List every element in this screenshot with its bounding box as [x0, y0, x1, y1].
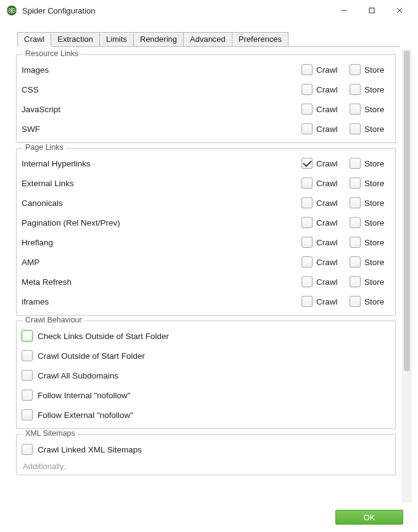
checkbox[interactable]: [22, 390, 33, 401]
checkbox-store[interactable]: [350, 237, 361, 248]
row-label: Follow External "nofollow": [38, 411, 133, 420]
tab-crawl[interactable]: Crawl: [17, 32, 51, 47]
group-crawl-behaviour: Crawl Behaviour Check Links Outside of S…: [16, 321, 396, 429]
checkbox-store[interactable]: [350, 84, 361, 95]
label-crawl: Crawl: [316, 258, 338, 267]
checkbox-crawl[interactable]: [301, 296, 313, 307]
tab-rendering[interactable]: Rendering: [133, 32, 184, 46]
tab-page-crawl: Resource Links Images Crawl Store CSS Cr…: [11, 49, 400, 502]
row-label: SWF: [22, 125, 301, 134]
group-page-links: Page Links Internal Hyperlinks Crawl Sto…: [16, 148, 396, 316]
row-swf: SWF Crawl Store: [22, 119, 390, 139]
row-iframes: iframes Crawl Store: [22, 292, 390, 311]
maximize-button[interactable]: [358, 1, 385, 20]
checkbox-store[interactable]: [350, 123, 361, 134]
footer: OK: [0, 502, 418, 532]
checkbox-store[interactable]: [350, 217, 361, 228]
label-crawl: Crawl: [316, 65, 338, 75]
minimize-button[interactable]: [330, 1, 358, 20]
checkbox[interactable]: [22, 350, 33, 361]
group-legend: XML Sitemaps: [23, 429, 78, 438]
row-css: CSS Crawl Store: [22, 80, 390, 99]
label-store: Store: [364, 85, 384, 94]
checkbox[interactable]: [22, 409, 33, 420]
label-crawl: Crawl: [316, 105, 338, 114]
row-label: Crawl Outside of Start Folder: [38, 351, 145, 361]
row-label: AMP: [22, 258, 301, 267]
scroll-thumb[interactable]: [404, 51, 410, 371]
row-label: Hreflang: [22, 238, 301, 247]
svg-rect-2: [369, 8, 374, 13]
checkbox-crawl[interactable]: [301, 237, 313, 248]
label-crawl: Crawl: [316, 85, 338, 94]
checkbox-crawl[interactable]: [301, 158, 313, 169]
scrollbar[interactable]: [402, 49, 412, 502]
checkbox-crawl[interactable]: [301, 276, 313, 287]
tab-advanced[interactable]: Advanced: [183, 32, 232, 46]
row-follow-external-nofollow: Follow External "nofollow": [22, 405, 390, 425]
checkbox-crawl[interactable]: [301, 256, 313, 268]
row-canonicals: Canonicals Crawl Store: [22, 193, 390, 213]
checkbox[interactable]: [22, 444, 33, 455]
row-label: Crawl All Subdomains: [38, 371, 118, 380]
checkbox-store[interactable]: [350, 296, 361, 307]
checkbox-crawl[interactable]: [301, 104, 313, 115]
checkbox[interactable]: [22, 370, 33, 381]
dialog-body: Crawl Extraction Limits Rendering Advanc…: [0, 21, 418, 502]
ok-button[interactable]: OK: [335, 510, 403, 525]
label-crawl: Crawl: [316, 277, 338, 287]
checkbox-store[interactable]: [350, 276, 361, 287]
checkbox-store[interactable]: [350, 64, 361, 75]
titlebar: Spider Configuration: [0, 0, 418, 21]
tab-preferences[interactable]: Preferences: [232, 32, 289, 46]
label-crawl: Crawl: [316, 198, 338, 208]
row-label: External Links: [22, 179, 301, 188]
group-legend: Resource Links: [23, 49, 81, 58]
tab-limits[interactable]: Limits: [99, 32, 134, 46]
row-crawl-subdomains: Crawl All Subdomains: [22, 366, 390, 385]
label-store: Store: [364, 125, 384, 134]
checkbox-store[interactable]: [350, 256, 361, 268]
checkbox-crawl[interactable]: [301, 217, 313, 228]
row-label: Follow Internal "nofollow": [38, 391, 131, 400]
row-crawl-outside: Crawl Outside of Start Folder: [22, 346, 390, 366]
label-store: Store: [364, 258, 384, 267]
tab-extraction[interactable]: Extraction: [51, 32, 100, 46]
checkbox-store[interactable]: [350, 197, 361, 208]
row-label: Canonicals: [22, 198, 301, 208]
checkbox-store[interactable]: [350, 104, 361, 115]
row-crawl-linked-xml: Crawl Linked XML Sitemaps: [22, 440, 390, 459]
row-pagination: Pagination (Rel Next/Prev) Crawl Store: [22, 213, 390, 232]
row-label: Meta Refresh: [22, 277, 301, 287]
row-hreflang: Hreflang Crawl Store: [22, 232, 390, 252]
row-label: Images: [22, 65, 301, 75]
checkbox-crawl[interactable]: [301, 178, 313, 189]
checkbox-crawl[interactable]: [301, 84, 313, 95]
row-label: Check Links Outside of Start Folder: [38, 332, 169, 341]
label-store: Store: [364, 238, 384, 247]
group-legend: Page Links: [23, 143, 66, 152]
row-follow-internal-nofollow: Follow Internal "nofollow": [22, 385, 390, 405]
checkbox-store[interactable]: [350, 158, 361, 169]
row-label: JavaScript: [22, 105, 301, 114]
label-crawl: Crawl: [316, 159, 338, 168]
group-resource-links: Resource Links Images Crawl Store CSS Cr…: [16, 54, 396, 143]
close-button[interactable]: [385, 1, 413, 20]
label-store: Store: [364, 218, 384, 227]
checkbox-store[interactable]: [350, 178, 361, 189]
row-images: Images Crawl Store: [22, 60, 390, 80]
checkbox[interactable]: [22, 330, 33, 342]
row-external-links: External Links Crawl Store: [22, 173, 390, 193]
row-check-links-outside: Check Links Outside of Start Folder: [22, 326, 390, 346]
group-xml-sitemaps: XML Sitemaps Crawl Linked XML Sitemaps A…: [16, 434, 396, 475]
label-store: Store: [364, 159, 384, 168]
window-title: Spider Configuration: [22, 6, 96, 15]
checkbox-crawl[interactable]: [301, 197, 313, 208]
label-store: Store: [364, 179, 384, 188]
tabstrip: Crawl Extraction Limits Rendering Advanc…: [17, 32, 400, 47]
checkbox-crawl[interactable]: [301, 64, 313, 75]
label-store: Store: [364, 297, 384, 306]
row-label: iframes: [22, 297, 301, 306]
row-label: Crawl Linked XML Sitemaps: [38, 445, 142, 454]
checkbox-crawl[interactable]: [301, 123, 313, 134]
